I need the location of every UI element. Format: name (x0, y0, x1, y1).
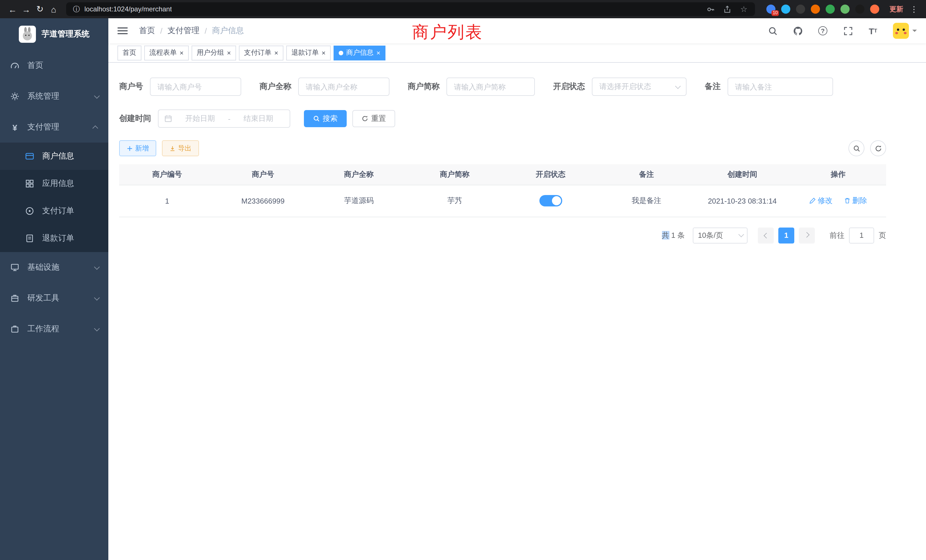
tags-view-bar: 首页 流程表单 × 用户分组 × 支付订单 × 退款订单 × (108, 43, 926, 63)
tab-label: 流程表单 (150, 48, 177, 58)
sidebar-item-system[interactable]: 系统管理 (0, 81, 108, 112)
chevron-down-icon (675, 83, 681, 89)
sidebar-item-label: 支付订单 (42, 206, 74, 216)
extension-icon[interactable] (855, 5, 864, 14)
status-toggle[interactable] (539, 195, 562, 206)
toggle-search-button[interactable] (849, 140, 864, 156)
prev-page-button[interactable] (758, 227, 774, 243)
extension-icon[interactable] (811, 5, 820, 14)
merchant-short-input[interactable] (446, 77, 535, 96)
extension-icon[interactable] (781, 5, 790, 14)
sidebar-toggle-icon[interactable] (118, 27, 128, 34)
goto-page-input[interactable] (849, 227, 874, 243)
tab-merchant-info[interactable]: 商户信息 × (334, 45, 386, 60)
breadcrumb-section[interactable]: 支付管理 (168, 26, 200, 36)
site-info-icon[interactable]: ⓘ (73, 4, 80, 14)
next-page-button[interactable] (799, 227, 815, 243)
search-icon[interactable] (767, 26, 778, 36)
page-number-button[interactable]: 1 (778, 227, 794, 243)
filter-merchant-name: 商户全称 (259, 77, 389, 96)
sidebar-item-devtools[interactable]: 研发工具 (0, 283, 108, 314)
sidebar-item-label: 研发工具 (27, 293, 59, 303)
sidebar-item-app-info[interactable]: 应用信息 (0, 170, 108, 197)
filter-label: 商户全称 (259, 82, 291, 92)
tab-close-icon[interactable]: × (180, 49, 184, 56)
user-menu[interactable] (893, 23, 917, 39)
navbar-right-menu: ? TT (767, 23, 917, 39)
extension-badge: 10 (772, 10, 779, 16)
help-icon[interactable]: ? (818, 26, 828, 36)
merchant-no-input[interactable] (150, 77, 241, 96)
cell-merchant-id: 1 (119, 185, 215, 217)
grid-icon (25, 179, 34, 188)
tab-label: 退款订单 (291, 48, 319, 58)
search-button[interactable]: 搜索 (304, 110, 346, 127)
target-icon (25, 206, 34, 216)
end-date-placeholder: 结束日期 (233, 114, 284, 124)
extension-icon[interactable] (796, 5, 805, 14)
fullscreen-icon[interactable] (843, 26, 853, 36)
tab-pay-order[interactable]: 支付订单 × (239, 45, 283, 60)
extension-icon[interactable] (870, 5, 879, 14)
tab-process-form[interactable]: 流程表单 × (144, 45, 189, 60)
font-size-icon[interactable]: TT (868, 26, 878, 36)
tab-label: 用户分组 (197, 48, 224, 58)
col-created-at: 创建时间 (694, 164, 790, 185)
remark-input[interactable] (728, 77, 833, 96)
filter-label: 创建时间 (119, 114, 151, 124)
sidebar-item-label: 商户信息 (42, 151, 74, 161)
search-icon (853, 145, 860, 152)
merchant-table: 商户编号 商户号 商户全称 商户简称 开启状态 备注 创建时间 操作 1 (119, 164, 886, 217)
page-size-select[interactable]: 10条/页 (693, 227, 747, 243)
sidebar-item-workflow[interactable]: 工作流程 (0, 314, 108, 344)
tab-home[interactable]: 首页 (118, 45, 141, 60)
delete-link[interactable]: 删除 (844, 195, 867, 206)
add-button[interactable]: 新增 (119, 140, 156, 156)
bookmark-star-icon[interactable]: ☆ (740, 5, 748, 14)
tab-close-icon[interactable]: × (227, 49, 231, 56)
browser-menu-icon[interactable]: ⋮ (908, 5, 920, 14)
tab-user-group[interactable]: 用户分组 × (192, 45, 236, 60)
search-icon (313, 115, 320, 122)
sidebar-item-payment[interactable]: ¥ 支付管理 (0, 112, 108, 142)
extension-icon[interactable]: 10 (766, 5, 775, 14)
sidebar-item-pay-order[interactable]: 支付订单 (0, 197, 108, 225)
export-button[interactable]: 导出 (162, 140, 199, 156)
status-select[interactable]: 请选择开启状态 (592, 77, 687, 96)
password-key-icon[interactable] (707, 5, 715, 14)
edit-link[interactable]: 修改 (809, 195, 832, 206)
share-icon[interactable] (723, 5, 732, 14)
home-icon[interactable]: ⌂ (47, 2, 61, 16)
reset-button[interactable]: 重置 (353, 110, 395, 127)
app-logo[interactable]: 芋道管理系统 (0, 18, 108, 50)
filter-status: 开启状态 请选择开启状态 (553, 77, 687, 96)
sidebar-item-merchant-info[interactable]: 商户信息 (0, 142, 108, 170)
create-time-range-picker[interactable]: 开始日期 - 结束日期 (158, 109, 290, 128)
reload-icon[interactable]: ↻ (33, 2, 47, 16)
sidebar-item-label: 系统管理 (27, 91, 59, 101)
tab-refund-order[interactable]: 退款订单 × (286, 45, 331, 60)
merchant-name-input[interactable] (298, 77, 389, 96)
forward-icon[interactable]: → (20, 2, 33, 16)
extension-icon[interactable] (826, 5, 835, 14)
filter-label: 开启状态 (553, 82, 585, 92)
extension-icon[interactable] (840, 5, 850, 14)
col-actions: 操作 (790, 164, 886, 185)
tab-close-icon[interactable]: × (322, 49, 325, 56)
address-bar[interactable]: ⓘ localhost:1024/pay/merchant ☆ (66, 2, 755, 16)
sidebar-item-home[interactable]: 首页 (0, 50, 108, 81)
page-size-value: 10条/页 (698, 230, 723, 241)
tab-close-icon[interactable]: × (376, 49, 380, 56)
chevron-down-icon (738, 232, 744, 237)
sidebar-item-refund-order[interactable]: 退款订单 (0, 225, 108, 252)
breadcrumb-home[interactable]: 首页 (139, 26, 155, 36)
browser-update-button[interactable]: 更新 (890, 4, 903, 14)
filter-row-2: 创建时间 开始日期 - 结束日期 搜索 重置 (119, 109, 886, 128)
cell-short-name: 芋艿 (407, 185, 502, 217)
sidebar-item-infra[interactable]: 基础设施 (0, 252, 108, 283)
goto-page: 前往 页 (830, 227, 886, 243)
back-icon[interactable]: ← (6, 2, 20, 16)
tab-close-icon[interactable]: × (274, 49, 278, 56)
github-icon[interactable] (793, 26, 803, 36)
refresh-table-button[interactable] (870, 140, 886, 156)
